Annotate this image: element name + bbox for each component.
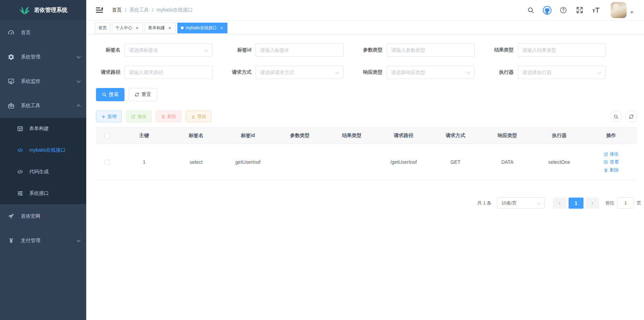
sidebar-item-form-builder[interactable]: 表单构建 — [0, 118, 86, 139]
sidebar-fold-button[interactable] — [95, 6, 104, 15]
page-content: 标签名 标签id 参数类型 结果类型 — [86, 34, 644, 320]
tab-label: 表单构建 — [148, 25, 165, 31]
close-icon[interactable]: × — [135, 25, 139, 30]
eye-icon — [603, 160, 608, 165]
cell-request-method: GET — [429, 159, 481, 165]
request-method-select[interactable] — [256, 66, 344, 79]
page-size-select[interactable]: 10条/页 — [497, 197, 545, 209]
search-actions: 搜索 重置 — [96, 88, 637, 101]
edit-button[interactable]: 修改 — [126, 111, 152, 122]
sidebar-item-system-management[interactable]: 系统管理 — [0, 45, 86, 69]
export-button[interactable]: 导出 — [186, 111, 211, 122]
trash-icon — [604, 168, 608, 173]
goto-page-input[interactable] — [617, 197, 634, 209]
sliders-icon — [17, 190, 24, 197]
edit-icon — [604, 152, 608, 157]
trash-icon — [161, 114, 166, 119]
github-icon[interactable] — [542, 6, 552, 15]
sidebar-item-payment-management[interactable]: ¥ 支付管理 — [0, 229, 86, 253]
form-grid-icon — [17, 125, 24, 132]
column-header: 标签名 — [170, 133, 222, 139]
row-delete-link[interactable]: 删除 — [604, 167, 619, 174]
column-header: 操作 — [585, 133, 637, 139]
tag-id-input[interactable] — [256, 43, 344, 57]
tag-name-select[interactable] — [124, 43, 212, 57]
column-header: 参数类型 — [274, 133, 326, 139]
search-icon[interactable] — [526, 6, 535, 15]
close-icon[interactable]: × — [167, 25, 172, 30]
goto-label: 前往 — [605, 200, 614, 206]
sidebar-item-system-tools[interactable]: 系统工具 — [0, 94, 86, 118]
sidebar-item-mybatis-online-api[interactable]: mybatis在线接口 — [0, 139, 86, 161]
column-header: 请求方式 — [429, 133, 481, 139]
font-size-icon[interactable] — [591, 6, 601, 15]
sidebar-item-system-monitor[interactable]: 系统监控 — [0, 69, 86, 94]
code-icon — [17, 168, 24, 175]
chevron-down-icon — [537, 201, 541, 205]
navbar-right-tools — [526, 2, 634, 18]
close-icon[interactable]: × — [219, 25, 224, 30]
tab-label: 首页 — [98, 25, 107, 31]
sidebar-item-label: 表单构建 — [29, 126, 80, 132]
delete-button[interactable]: 删除 — [156, 111, 182, 122]
avatar — [611, 2, 627, 18]
next-page-button[interactable]: › — [586, 198, 599, 209]
page-number-1[interactable]: 1 — [569, 198, 583, 209]
select-all-checkbox[interactable] — [105, 133, 110, 138]
leaf-logo-icon — [19, 5, 30, 16]
question-icon[interactable] — [559, 6, 568, 15]
breadcrumb-system-tools: 系统工具 — [129, 7, 149, 13]
sidebar-item-label: 代码生成 — [29, 169, 80, 175]
plus-icon — [101, 114, 106, 119]
breadcrumb-separator: / — [152, 7, 153, 13]
breadcrumb-separator: / — [125, 7, 126, 13]
sidebar-item-code-generation[interactable]: 代码生成 — [0, 161, 86, 183]
sidebar-item-ruoyi-website[interactable]: 若依官网 — [0, 204, 86, 229]
refresh-button[interactable] — [625, 111, 637, 122]
reset-button[interactable]: 重置 — [129, 88, 157, 101]
result-type-input[interactable] — [518, 43, 606, 57]
tab-form-builder[interactable]: 表单构建 × — [145, 23, 176, 33]
edit-icon — [131, 114, 136, 119]
field-label: 请求路径 — [96, 69, 120, 75]
executor-select[interactable] — [518, 66, 606, 79]
sidebar-item-home[interactable]: 首页 — [0, 21, 86, 45]
code-icon — [17, 147, 24, 154]
row-view-link[interactable]: 查看 — [603, 159, 619, 166]
add-button[interactable]: 新增 — [96, 111, 122, 122]
cell-tag-name: select — [170, 159, 222, 165]
tab-profile[interactable]: 个人中心 × — [112, 23, 143, 33]
table-header-row: 主键 标签名 标签id 参数类型 结果类型 请求路径 请求方式 响应类型 执行器… — [96, 128, 637, 144]
field-label: 请求方式 — [227, 69, 251, 75]
row-operations: 修改 查看 删除 — [585, 151, 637, 174]
table-row: 1 select getUserInof /getUserInof GET DA… — [96, 144, 637, 181]
cell-request-path: /getUserInof — [378, 159, 429, 165]
column-header: 请求路径 — [378, 133, 429, 139]
user-avatar-dropdown[interactable] — [611, 2, 634, 18]
response-type-select[interactable] — [387, 66, 475, 79]
field-label: 响应类型 — [358, 69, 383, 75]
row-edit-link[interactable]: 修改 — [604, 151, 619, 158]
prev-page-button[interactable]: ‹ — [553, 198, 566, 209]
cell-primary-key: 1 — [118, 159, 170, 165]
sidebar-item-label: 系统管理 — [21, 54, 77, 60]
sidebar-item-system-api[interactable]: 系统接口 — [0, 183, 86, 204]
show-search-toggle-button[interactable] — [610, 111, 622, 122]
sidebar-item-label: 支付管理 — [21, 238, 77, 244]
main-area: 首页 / 系统工具 / mybatis在线接口 — [86, 0, 644, 320]
breadcrumb-home[interactable]: 首页 — [112, 7, 122, 13]
tab-home[interactable]: 首页 — [95, 23, 110, 33]
search-button[interactable]: 搜索 — [96, 88, 124, 101]
sidebar-item-label: 首页 — [21, 30, 80, 36]
request-path-input[interactable] — [124, 66, 212, 79]
fullscreen-icon[interactable] — [575, 6, 584, 15]
app-logo: 若依管理系统 — [0, 0, 86, 21]
tab-mybatis-online-api[interactable]: mybatis在线接口 × — [177, 23, 227, 33]
field-label: 参数类型 — [358, 47, 383, 53]
sidebar-item-label: 系统工具 — [21, 103, 77, 109]
field-label: 标签id — [227, 47, 251, 53]
row-checkbox[interactable] — [105, 160, 110, 165]
param-type-input[interactable] — [387, 43, 475, 57]
cell-tag-id: getUserInof — [222, 159, 274, 165]
top-navbar: 首页 / 系统工具 / mybatis在线接口 — [86, 0, 644, 21]
